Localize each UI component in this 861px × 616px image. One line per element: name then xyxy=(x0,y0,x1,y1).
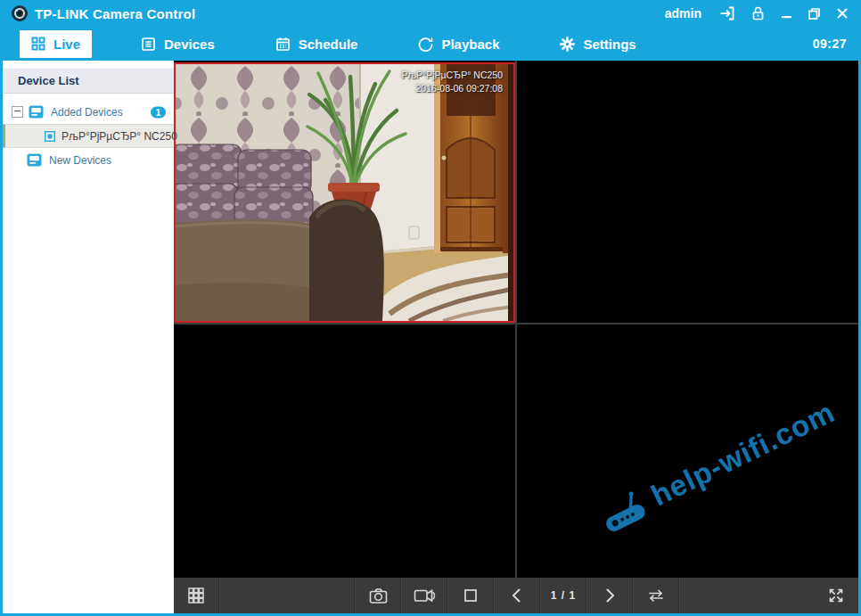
tree-row-added-devices[interactable]: Added Devices 1 xyxy=(3,100,174,124)
gear-icon xyxy=(560,37,575,52)
device-group-icon xyxy=(29,105,44,119)
sidebar: Device List Added Devices 1 xyxy=(3,61,174,613)
fullscreen-button[interactable] xyxy=(814,578,858,613)
logout-button[interactable] xyxy=(718,5,735,21)
app-window: TP-LINK Camera Control admin xyxy=(0,0,861,616)
stop-icon xyxy=(461,586,480,605)
camera-icon xyxy=(368,586,389,605)
stop-button[interactable] xyxy=(448,578,493,613)
device-group-icon xyxy=(27,153,42,167)
device-count-badge: 1 xyxy=(151,106,166,118)
grid-layout-icon xyxy=(186,586,206,605)
tab-label: Schedule xyxy=(299,37,358,52)
toolbar: 1 / 1 xyxy=(174,578,858,613)
playback-icon xyxy=(418,37,433,52)
lock-button[interactable] xyxy=(750,5,766,21)
chevron-right-icon xyxy=(600,586,619,605)
overlay-camera-name: РљР°РјРµСЂР° NC250 xyxy=(401,69,503,82)
clock: 09:27 xyxy=(813,37,847,51)
prev-page-button[interactable] xyxy=(495,578,539,613)
chevron-left-icon xyxy=(507,586,527,605)
record-button[interactable] xyxy=(402,578,447,613)
tab-playback[interactable]: Playback xyxy=(406,30,511,58)
camera-scene xyxy=(176,64,513,321)
snapshot-button[interactable] xyxy=(356,578,400,613)
tab-label: Devices xyxy=(164,37,215,52)
collapse-toggle-icon[interactable] xyxy=(12,106,23,118)
grid-divider-horizontal xyxy=(174,323,858,324)
tree-row-camera[interactable]: РљР°РјРµСЂР° NC250 xyxy=(3,124,174,148)
next-page-button[interactable] xyxy=(587,578,632,613)
device-tree: Added Devices 1 РљР°РјРµСЂР° NC250 xyxy=(3,100,174,172)
grid-divider-vertical xyxy=(515,61,517,578)
video-grid: РљР°РјРµСЂР° NC250 2016-08-06 09:27:08 xyxy=(174,61,858,578)
overlay-timestamp: 2016-08-06 09:27:08 xyxy=(401,82,503,95)
tab-schedule[interactable]: Schedule xyxy=(264,30,370,58)
tab-settings[interactable]: Settings xyxy=(548,30,647,58)
window-border-left xyxy=(0,61,3,616)
close-button[interactable] xyxy=(836,7,849,20)
calendar-icon xyxy=(275,37,291,52)
live-grid-icon xyxy=(31,37,45,51)
video-overlay: РљР°РјРµСЂР° NC250 2016-08-06 09:27:08 xyxy=(401,69,503,95)
restore-button[interactable] xyxy=(808,7,821,21)
device-list-header: Device List xyxy=(3,68,174,94)
loop-icon xyxy=(645,586,667,605)
main-panel: РљР°РјРµСЂР° NC250 2016-08-06 09:27:08 xyxy=(174,61,858,613)
tab-live[interactable]: Live xyxy=(20,30,92,58)
tab-label: Playback xyxy=(441,37,499,52)
video-cell-live[interactable]: РљР°РјРµСЂР° NC250 2016-08-06 09:27:08 xyxy=(174,62,515,323)
devices-list-icon xyxy=(141,37,156,52)
page-indicator: 1 / 1 xyxy=(551,589,576,602)
camera-name-label: РљР°РјРµСЂР° NC250 xyxy=(62,130,177,143)
added-devices-label: Added Devices xyxy=(51,106,123,119)
minimize-button[interactable] xyxy=(781,7,792,20)
tab-label: Settings xyxy=(583,37,636,52)
video-camera-icon xyxy=(413,586,436,605)
nav-bar: Live Devices xyxy=(0,27,861,61)
user-label: admin xyxy=(665,6,701,21)
app-logo-icon xyxy=(11,4,29,22)
app-title: TP-LINK Camera Control xyxy=(35,6,195,21)
layout-grid-button[interactable] xyxy=(174,578,218,613)
camera-node-icon xyxy=(45,131,55,142)
video-cell-bottom-left[interactable] xyxy=(174,324,515,578)
tree-row-new-devices[interactable]: New Devices xyxy=(3,148,174,172)
new-devices-label: New Devices xyxy=(49,154,111,167)
title-bar: TP-LINK Camera Control admin xyxy=(0,0,861,27)
video-cell-bottom-right[interactable] xyxy=(517,324,858,578)
tab-devices[interactable]: Devices xyxy=(129,30,226,58)
video-cell-top-right[interactable] xyxy=(517,61,858,323)
fullscreen-icon xyxy=(826,586,846,605)
page-indicator-cell: 1 / 1 xyxy=(541,578,586,613)
cycle-button[interactable] xyxy=(634,578,678,613)
tab-label: Live xyxy=(53,37,80,52)
